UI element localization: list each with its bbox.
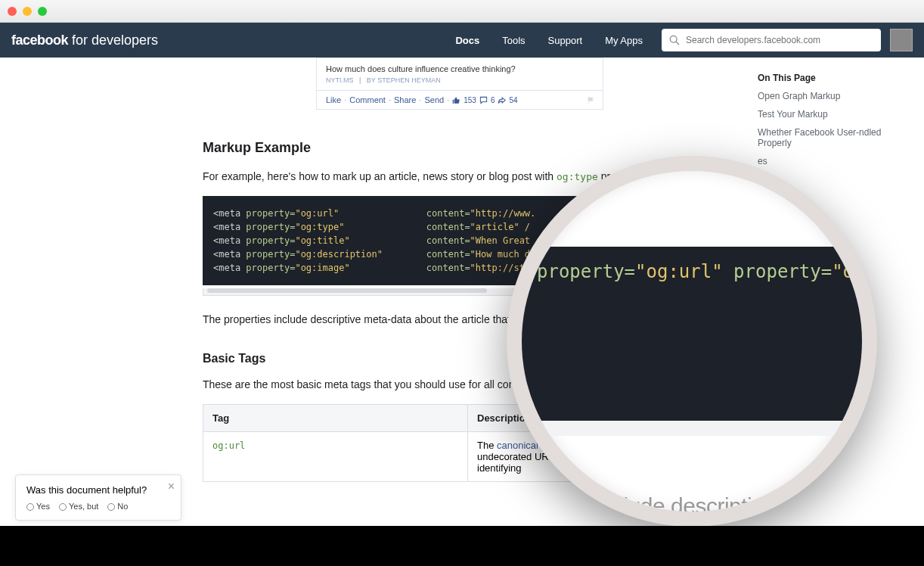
comment-count: 6 (491, 96, 495, 104)
og-url-tag: og:url (212, 440, 245, 451)
sidebar-link-es[interactable]: es (758, 156, 909, 166)
nav-support[interactable]: Support (537, 35, 594, 46)
logo-facebook: facebook (11, 33, 68, 48)
titlebar (0, 0, 924, 23)
nav-docs[interactable]: Docs (444, 35, 491, 46)
share-count: 54 (509, 96, 517, 104)
code-scroll-thumb[interactable] (207, 288, 487, 293)
magnified-code: property="og:url" property="og:type" pro… (514, 247, 862, 421)
feedback-question: Was this document helpful? (26, 484, 170, 496)
markup-example-heading: Markup Example (203, 140, 724, 156)
send-link[interactable]: Send (424, 95, 444, 104)
sidebar-link-test-markup[interactable]: Test Your Markup (758, 109, 909, 120)
right-sidebar: On This Page Open Graph Markup Test Your… (758, 73, 909, 174)
magnifier-overlay: property="og:url" property="og:type" pro… (507, 156, 877, 527)
card-source: NYTI.MS (326, 76, 354, 84)
feedback-popup: × Was this document helpful? Yes Yes, bu… (15, 474, 181, 521)
close-window-button[interactable] (8, 7, 17, 16)
og-type-inline: og:type (557, 171, 598, 182)
search-icon (669, 35, 680, 45)
close-icon[interactable]: × (168, 480, 175, 493)
comment-link[interactable]: Comment (349, 95, 386, 104)
feedback-no[interactable]: No (107, 502, 128, 511)
maximize-window-button[interactable] (38, 7, 47, 16)
navbar: facebook for developers Docs Tools Suppo… (0, 23, 924, 58)
user-avatar[interactable] (890, 29, 913, 51)
like-count: 153 (464, 96, 476, 104)
search-box[interactable] (662, 29, 881, 51)
card-byline: BY STEPHEN HEYMAN (367, 76, 441, 84)
comment-icon (479, 96, 488, 104)
feedback-yes-but[interactable]: Yes, but (59, 502, 98, 511)
nav-my-apps[interactable]: My Apps (594, 35, 654, 46)
nav-tools[interactable]: Tools (491, 35, 536, 46)
share-icon (498, 96, 506, 104)
logo[interactable]: facebook for developers (11, 33, 158, 48)
card-question: How much does culture influence creative… (326, 64, 594, 73)
search-input[interactable] (686, 35, 873, 45)
facebook-share-card: How much does culture influence creative… (316, 58, 603, 110)
sidebar-link-user-properly[interactable]: Whether Facebook User-ndled Properly (758, 127, 909, 148)
like-link[interactable]: Like (326, 95, 341, 104)
flag-icon[interactable] (587, 96, 595, 104)
sidebar-link-og-markup[interactable]: Open Graph Markup (758, 91, 909, 101)
th-tag: Tag (203, 404, 468, 431)
feedback-yes[interactable]: Yes (26, 502, 50, 511)
logo-developers: for developers (72, 33, 158, 48)
minimize-window-button[interactable] (23, 7, 32, 16)
svg-line-1 (676, 42, 679, 45)
thumb-up-icon (452, 96, 460, 104)
card-actions: Like· Comment· Share· Send· 153 6 54 (317, 90, 603, 109)
black-bar (0, 526, 924, 566)
share-link[interactable]: Share (394, 95, 416, 104)
magnified-text-fragment: clude descripti (612, 493, 752, 519)
sidebar-heading: On This Page (758, 73, 909, 83)
